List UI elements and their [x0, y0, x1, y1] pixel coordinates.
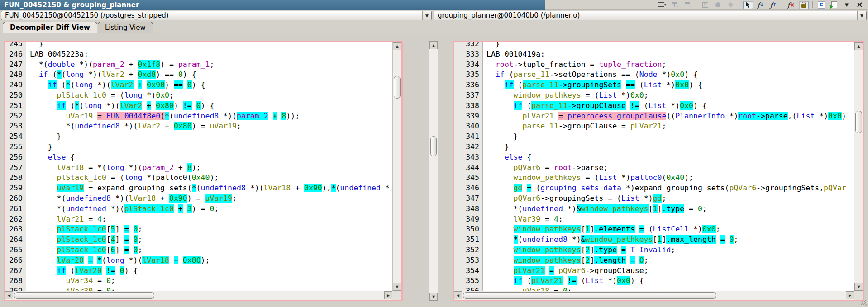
- code-text: }: [482, 142, 509, 152]
- scrollbar-thumb[interactable]: [855, 111, 862, 133]
- tab-decompiler-diff-view[interactable]: Decompiler Diff View: [3, 22, 97, 33]
- toolbar-separator: [739, 1, 739, 8]
- scrollbar-corner: [854, 291, 863, 300]
- code-line: 269 iVar30 = 0;: [5, 286, 392, 291]
- tab-listing-view[interactable]: Listing View: [98, 22, 153, 33]
- close-icon[interactable]: [854, 1, 864, 9]
- code-text: if (parse_11->setOperations == (Node *)0…: [482, 70, 698, 80]
- scrollbar-thumb[interactable]: [430, 136, 437, 156]
- vertical-scrollbar-right-panel[interactable]: ▲ ▼: [854, 42, 863, 291]
- code-text: plStack_1c0 = (long *)palloc0(0x40);: [26, 173, 219, 183]
- code-text: if (*(long *)(lVar2 + 0xd8) == 0) {: [26, 70, 196, 80]
- line-number: 258: [5, 173, 26, 183]
- code-rows-left: 245 }246LAB_0045223a:247 *(double *)(par…: [5, 42, 392, 291]
- horizontal-scrollbar-left-panel[interactable]: ◀ ▶: [5, 291, 392, 300]
- line-number: 267: [5, 266, 26, 276]
- scroll-up-icon[interactable]: ▲: [429, 41, 438, 49]
- toolbar-separator: [812, 1, 813, 8]
- line-number: 350: [454, 224, 482, 235]
- c-source-icon[interactable]: C: [816, 1, 826, 9]
- scroll-down-icon[interactable]: ▼: [429, 293, 438, 301]
- code-text: lVar21 = 4;: [26, 214, 106, 225]
- binary-compare-icon[interactable]: 10 01: [700, 1, 710, 9]
- code-text: LAB_0045223a:: [26, 49, 88, 60]
- line-number: 337: [454, 90, 482, 101]
- line-number: 352: [454, 245, 482, 255]
- code-text: window_pathkeys = (List *)0x0;: [482, 90, 649, 101]
- line-number: 335: [454, 70, 482, 80]
- line-number: 255: [5, 142, 26, 152]
- line-number: 342: [454, 142, 482, 152]
- decompiler-panel-right: 332 }333LAB_0010419a:334 root->tuple_fra…: [453, 41, 864, 301]
- function-next-icon[interactable]: ƒ↓: [756, 1, 766, 9]
- code-line: 266 lVar20 = *(long *)(lVar18 + 0x80);: [5, 255, 392, 266]
- code-line: 354 pLVar21 = pQVar6->groupClause;: [454, 266, 854, 276]
- horizontal-scrollbar-right-panel[interactable]: ◀ ▶: [454, 291, 854, 300]
- code-viewport-right[interactable]: 332 }333LAB_0010419a:334 root->tuple_fra…: [454, 42, 854, 291]
- scroll-left-icon[interactable]: ◀: [454, 291, 462, 299]
- toolbar-separator: [782, 1, 782, 8]
- code-text: window_pathkeys = (List *)palloc0(0x40);: [482, 173, 693, 183]
- open-new-window-icon[interactable]: [829, 1, 839, 9]
- scrollbar-thumb[interactable]: [14, 292, 154, 299]
- scroll-up-icon[interactable]: ▲: [393, 42, 401, 50]
- middle-scrollbar[interactable]: ▲ ▼: [429, 41, 438, 301]
- line-number: 252: [5, 111, 26, 122]
- code-line: 246LAB_0045223a:: [5, 49, 392, 60]
- code-text: *(undefined8 *)&window_pathkeys[1].max_l…: [482, 235, 738, 245]
- scroll-right-icon[interactable]: ▶: [846, 291, 854, 299]
- code-line: 334 root->tuple_fraction = tuple_fractio…: [454, 60, 854, 70]
- lock-icon[interactable]: [799, 1, 809, 9]
- combo-arrow-icon[interactable]: ▼: [857, 11, 866, 20]
- code-viewport-left[interactable]: 245 }246LAB_0045223a:247 *(double *)(par…: [5, 42, 392, 291]
- code-text: pLVar21 = pQVar6->groupClause;: [482, 266, 649, 276]
- code-text: *(undefined8 *)(lVar2 + 0x80) = uVar19;: [26, 121, 241, 132]
- code-line: 267 if (lVar20 != 0) {: [5, 266, 392, 276]
- line-number: 344: [454, 163, 482, 173]
- line-number: 339: [454, 111, 482, 122]
- left-function-selector[interactable]: FUN_00452150@00452150 (/postgres_strippe…: [1, 11, 432, 20]
- scroll-down-icon[interactable]: ▼: [854, 283, 863, 291]
- scrollbar-thumb[interactable]: [463, 292, 716, 299]
- code-text: if (*(long *)(lVar2 + 0x90) == 0) {: [26, 80, 205, 90]
- code-text: uVar19 = FUN_0044f8e0(*(undefined8 *)(pa…: [26, 111, 300, 122]
- line-number: 269: [5, 286, 26, 291]
- line-number: 256: [5, 152, 26, 163]
- code-text: root->tuple_fraction = tuple_fraction;: [482, 60, 666, 70]
- table-apply-up-icon[interactable]: ↑: [682, 1, 692, 9]
- menu-list-icon[interactable]: ▾: [657, 1, 667, 9]
- line-number: 263: [5, 224, 26, 235]
- scrollbar-thumb[interactable]: [394, 76, 401, 99]
- cursor-select-icon[interactable]: [743, 1, 753, 9]
- window-title: FUN_00452150 & grouping_planner: [0, 0, 545, 10]
- line-number: 334: [454, 60, 482, 70]
- right-function-selector[interactable]: grouping_planner@001040b0 (/planner.o) ▼: [434, 11, 867, 20]
- scroll-down-icon[interactable]: ▼: [393, 283, 401, 291]
- code-line: 265 plStack_1c0[6] = 0;: [5, 245, 392, 255]
- code-text: }: [482, 132, 518, 142]
- code-line: 339 pLVar21 = preprocess_groupclause((Pl…: [454, 111, 854, 122]
- code-text: pLVar21 = preprocess_groupclause((Planne…: [482, 111, 846, 122]
- vertical-scrollbar-left-panel[interactable]: ▲ ▼: [392, 42, 401, 291]
- line-number: 245: [5, 42, 26, 49]
- scroll-right-icon[interactable]: ▶: [384, 291, 392, 299]
- header-area: FUN_00452150@00452150 (/postgres_strippe…: [0, 10, 868, 33]
- code-text: *(undefined *)&window_pathkeys[1].type =…: [482, 204, 707, 214]
- resize-grip[interactable]: [861, 300, 867, 306]
- table-apply-down-icon[interactable]: ↓: [670, 1, 680, 9]
- code-line: 342 }: [454, 142, 854, 152]
- remove-function-icon[interactable]: ƒ×: [786, 1, 796, 9]
- code-text: window_pathkeys[2].type = T_Invalid;: [482, 245, 675, 255]
- code-line: 247 *(double *)(param_2 + 0x1f8) = param…: [5, 60, 392, 70]
- circle-icon[interactable]: [713, 1, 723, 9]
- code-line: 256 else {: [5, 152, 392, 163]
- code-text: uVar18 = 0;: [482, 286, 572, 291]
- dropdown-icon[interactable]: ▼: [842, 1, 852, 9]
- function-previous-icon[interactable]: ƒ↑: [768, 1, 778, 9]
- diamond-icon[interactable]: [725, 1, 735, 9]
- scroll-left-icon[interactable]: ◀: [5, 291, 13, 299]
- line-number: 340: [454, 121, 482, 132]
- scroll-up-icon[interactable]: ▲: [854, 42, 863, 50]
- line-number: 247: [5, 60, 26, 70]
- combo-arrow-icon[interactable]: ▼: [422, 11, 431, 20]
